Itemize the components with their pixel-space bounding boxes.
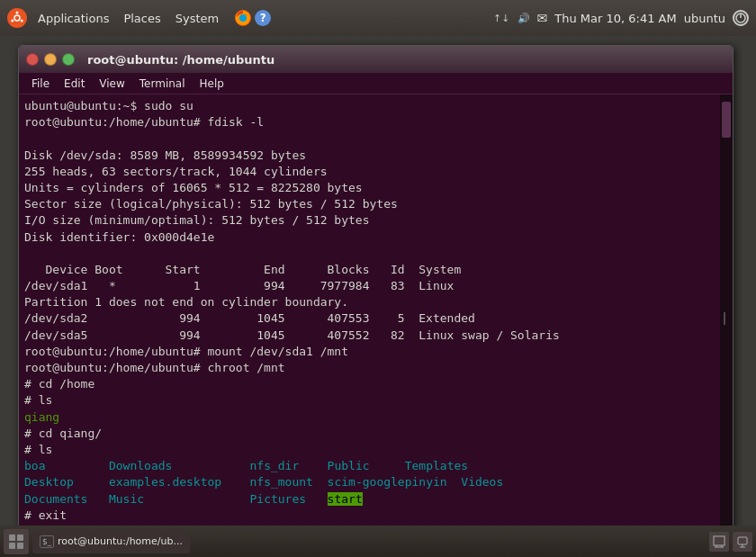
places-menu[interactable]: Places [118, 10, 166, 27]
firefox-icon[interactable] [235, 10, 251, 26]
cursor-indicator [724, 312, 725, 325]
terminal-menubar: File Edit View Terminal Help [19, 73, 733, 94]
view-menu[interactable]: View [94, 76, 130, 92]
svg-point-4 [11, 20, 14, 22]
bottom-right-icon-1[interactable] [709, 532, 729, 552]
applications-menu[interactable]: Applications [32, 10, 114, 27]
power-icon[interactable] [733, 10, 749, 26]
top-taskbar: Applications Places System ? ↑↓ 🔊 ✉ Thu … [0, 0, 756, 36]
svg-rect-11 [9, 543, 15, 549]
bottom-taskbar: $_ root@ubuntu:/home/ub... [0, 526, 756, 557]
maximize-button[interactable] [62, 53, 75, 66]
terminal-window: root@ubuntu: /home/ubuntu File Edit View… [18, 45, 734, 531]
terminal-body[interactable]: ubuntu@ubuntu:~$ sudo su root@ubuntu:/ho… [19, 94, 733, 530]
minimize-button[interactable] [44, 53, 57, 66]
taskbar-user: ubuntu [684, 12, 725, 25]
svg-point-6 [239, 14, 247, 22]
bottom-right-area [709, 532, 752, 552]
svg-rect-17 [738, 537, 747, 544]
volume-icon: 🔊 [518, 13, 530, 24]
terminal-small-icon: $_ [40, 535, 54, 548]
terminal-titlebar: root@ubuntu: /home/ubuntu [19, 46, 733, 73]
bottom-right-icon-2[interactable] [733, 532, 752, 552]
bottom-terminal-button[interactable]: $_ root@ubuntu:/home/ub... [32, 530, 190, 553]
file-menu[interactable]: File [26, 76, 55, 92]
bottom-apps-icon[interactable] [4, 529, 29, 554]
terminal-title: root@ubuntu: /home/ubuntu [87, 53, 274, 67]
bottom-terminal-label: root@ubuntu:/home/ub... [58, 535, 183, 547]
svg-rect-13 [714, 536, 724, 545]
ubuntu-icon[interactable] [7, 8, 27, 28]
terminal-menu[interactable]: Terminal [134, 76, 191, 92]
scrollbar-thumb[interactable] [722, 102, 731, 138]
taskbar-right: ↑↓ 🔊 ✉ Thu Mar 10, 6:41 AM ubuntu [493, 10, 749, 26]
help-menu[interactable]: Help [194, 76, 230, 92]
edit-menu[interactable]: Edit [58, 76, 90, 92]
close-button[interactable] [26, 53, 39, 66]
svg-point-3 [21, 20, 23, 22]
scrollbar[interactable] [720, 94, 733, 530]
envelope-icon: ✉ [537, 11, 548, 25]
svg-rect-12 [17, 543, 23, 549]
arrows-icon: ↑↓ [493, 13, 509, 24]
svg-rect-10 [17, 535, 23, 541]
svg-rect-9 [9, 535, 15, 541]
taskbar-menu: Applications Places System [32, 10, 224, 27]
datetime-label: Thu Mar 10, 6:41 AM [554, 12, 676, 25]
help-icon[interactable]: ? [255, 10, 271, 26]
system-menu[interactable]: System [170, 10, 224, 27]
svg-point-2 [16, 12, 19, 14]
terminal-output: ubuntu@ubuntu:~$ sudo su root@ubuntu:/ho… [24, 98, 727, 530]
